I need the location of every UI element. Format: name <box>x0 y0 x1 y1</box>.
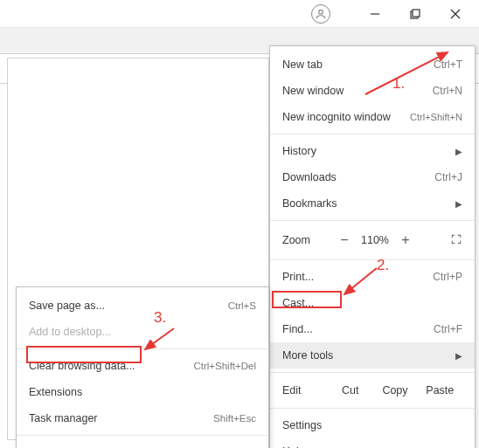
chrome-main-menu: New tabCtrl+T New windowCtrl+N New incog… <box>269 45 476 448</box>
menu-label: New incognito window <box>282 111 391 123</box>
more-tools-submenu: Save page as...Ctrl+S Add to desktop... … <box>16 286 269 448</box>
annotation-1: 1. <box>392 75 405 93</box>
shortcut: Ctrl+Shift+Del <box>193 361 256 371</box>
menu-label: History <box>282 145 316 157</box>
menu-label: Save page as... <box>29 300 105 312</box>
fullscreen-icon[interactable] <box>450 233 462 248</box>
menu-new-window[interactable]: New windowCtrl+N <box>270 78 475 104</box>
menu-edit-row: Edit Cut Copy Paste <box>270 376 475 404</box>
menu-separator <box>270 134 475 134</box>
menu-label: Downloads <box>282 171 337 183</box>
submenu-add-desktop[interactable]: Add to desktop... <box>17 319 268 345</box>
menu-label: More tools <box>282 349 333 362</box>
window-titlebar <box>0 0 479 28</box>
shortcut: Shift+Esc <box>213 413 256 424</box>
submenu-task-manager[interactable]: Task managerShift+Esc <box>17 405 268 431</box>
shortcut: Ctrl+J <box>434 171 462 183</box>
shortcut: Ctrl+S <box>228 300 256 311</box>
menu-help[interactable]: Help▶ <box>270 438 475 448</box>
menu-find[interactable]: Find...Ctrl+F <box>270 316 475 342</box>
menu-label: Find... <box>282 323 313 335</box>
chevron-right-icon: ▶ <box>455 147 462 156</box>
menu-label: Print... <box>282 271 314 283</box>
chevron-right-icon: ▶ <box>455 199 462 209</box>
svg-point-0 <box>319 10 323 14</box>
shortcut: Ctrl+T <box>434 59 462 71</box>
menu-new-incognito[interactable]: New incognito windowCtrl+Shift+N <box>270 104 475 130</box>
menu-label: Bookmarks <box>282 197 337 210</box>
menu-downloads[interactable]: DownloadsCtrl+J <box>270 164 475 190</box>
zoom-label: Zoom <box>282 234 328 246</box>
zoom-out-button[interactable]: − <box>337 232 352 248</box>
menu-print[interactable]: Print...Ctrl+P <box>270 264 475 290</box>
close-button[interactable] <box>435 0 476 28</box>
menu-settings[interactable]: Settings <box>270 412 475 438</box>
shortcut: Ctrl+F <box>434 323 462 335</box>
shortcut: Ctrl+Shift+N <box>410 112 462 122</box>
menu-separator <box>270 408 475 409</box>
menu-more-tools[interactable]: More tools▶ <box>270 342 475 369</box>
edit-label: Edit <box>282 384 328 396</box>
edit-cut[interactable]: Cut <box>328 384 372 396</box>
submenu-save-page[interactable]: Save page as...Ctrl+S <box>17 293 268 319</box>
zoom-in-button[interactable]: + <box>398 232 413 248</box>
menu-separator <box>270 372 475 373</box>
menu-label: New window <box>282 85 344 97</box>
edit-paste[interactable]: Paste <box>418 384 462 396</box>
annotation-3: 3. <box>154 309 166 327</box>
svg-rect-3 <box>413 10 420 17</box>
profile-avatar-icon[interactable] <box>311 4 330 24</box>
annotation-box-clear-browsing <box>26 346 142 363</box>
menu-history[interactable]: History▶ <box>270 138 475 164</box>
menu-bookmarks[interactable]: Bookmarks▶ <box>270 190 475 217</box>
menu-zoom-row: Zoom − 110% + <box>270 224 475 256</box>
menu-new-tab[interactable]: New tabCtrl+T <box>270 52 475 78</box>
submenu-extensions[interactable]: Extensions <box>17 379 268 405</box>
menu-label: Add to desktop... <box>29 326 111 338</box>
annotation-box-more-tools <box>272 291 342 308</box>
menu-label: Task manager <box>29 412 98 424</box>
shortcut: Ctrl+N <box>433 85 462 97</box>
menu-label: Settings <box>282 419 322 431</box>
shortcut: Ctrl+P <box>433 271 462 283</box>
maximize-button[interactable] <box>395 0 435 28</box>
menu-separator <box>17 435 268 436</box>
zoom-percent: 110% <box>361 234 389 246</box>
menu-separator <box>270 220 475 221</box>
menu-separator <box>270 259 475 260</box>
chevron-right-icon: ▶ <box>455 351 462 361</box>
annotation-2: 2. <box>377 257 389 274</box>
menu-label: New tab <box>282 59 323 71</box>
menu-label: Extensions <box>29 386 82 398</box>
minimize-button[interactable] <box>355 0 395 28</box>
submenu-developer-tools[interactable]: Developer toolsCtrl+Shift+I <box>17 439 268 448</box>
edit-copy[interactable]: Copy <box>372 384 417 396</box>
